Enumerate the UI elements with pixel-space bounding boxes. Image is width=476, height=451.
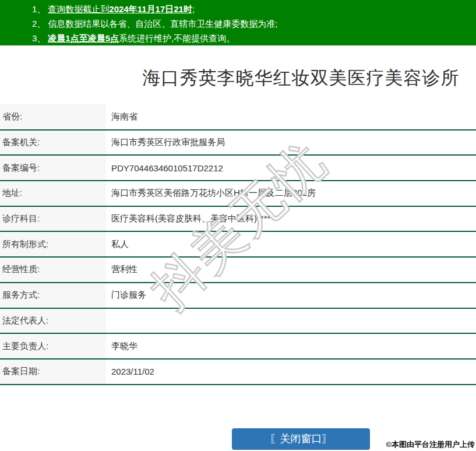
table-row: 地址: 海口市秀英区美俗路万花坊小区H栋一层及二层201房 <box>0 181 476 206</box>
notice-segment: 系统进行维护,不能提供查询。 <box>119 33 235 43</box>
notice-line: 3、凌晨1点至凌晨5点系统进行维护,不能提供查询。 <box>32 31 476 45</box>
row-value <box>106 308 476 334</box>
page: 1、查询数据截止到2024年11月17日21时; 2、信息数据结果以各省、自治区… <box>0 0 476 451</box>
notice-segments: 信息数据结果以各省、自治区、直辖市卫生健康委数据为准; <box>48 19 277 29</box>
row-label: 地址: <box>0 181 106 206</box>
table-row: 备案日期: 2023/11/02 <box>0 359 476 385</box>
row-value: 海口市秀英区行政审批服务局 <box>106 130 476 156</box>
table-row: 诊疗科目: 医疗美容科(美容皮肤科、美容中医科)****** <box>0 206 476 232</box>
notice-segment: 凌晨1点至凌晨5点 <box>48 33 119 43</box>
notice-number: 3、 <box>32 33 45 43</box>
row-label: 主要负责人: <box>0 333 106 359</box>
copyright-watermark: ©本图由平台注册用户上传 <box>386 439 475 450</box>
row-label: 诊疗科目: <box>0 206 106 232</box>
notice-segment: 信息数据结果以各省、自治区、直辖市卫生健康委数据为准; <box>48 19 277 29</box>
notice-segments: 凌晨1点至凌晨5点系统进行维护,不能提供查询。 <box>48 33 235 43</box>
row-value: 医疗美容科(美容皮肤科、美容中医科)****** <box>106 206 476 232</box>
row-label: 备案日期: <box>0 359 106 385</box>
row-value: 门诊服务 <box>106 283 476 308</box>
info-table-body: 省份: 海南省 备案机关: 海口市秀英区行政审批服务局 备案编号: PDY704… <box>0 104 476 385</box>
page-title: 海口秀英李晓华红妆双美医疗美容诊所 <box>0 66 476 90</box>
row-value: 李晓华 <box>106 333 476 359</box>
notice-number: 1、 <box>32 4 45 14</box>
row-label: 服务方式: <box>0 283 106 308</box>
table-row: 经营性质: 营利性 <box>0 257 476 283</box>
info-table: 省份: 海南省 备案机关: 海口市秀英区行政审批服务局 备案编号: PDY704… <box>0 104 476 385</box>
notice-segment: ; <box>192 4 195 14</box>
notice-list: 1、查询数据截止到2024年11月17日21时; 2、信息数据结果以各省、自治区… <box>32 2 476 45</box>
table-row: 省份: 海南省 <box>0 104 476 130</box>
row-value: 私人 <box>106 231 476 257</box>
notice-number: 2、 <box>32 19 45 29</box>
row-label: 所有制形式: <box>0 231 106 257</box>
table-row: 备案编号: PDY70446346010517D2212 <box>0 155 476 181</box>
row-value: 营利性 <box>106 257 476 283</box>
row-label: 经营性质: <box>0 257 106 283</box>
table-row: 备案机关: 海口市秀英区行政审批服务局 <box>0 130 476 156</box>
row-label: 备案机关: <box>0 130 106 156</box>
notice-bar: 1、查询数据截止到2024年11月17日21时; 2、信息数据结果以各省、自治区… <box>0 0 476 45</box>
close-window-button[interactable]: 〖关闭窗口〗 <box>232 428 370 450</box>
row-label: 省份: <box>0 104 106 130</box>
row-value: 海口市秀英区美俗路万花坊小区H栋一层及二层201房 <box>106 181 476 206</box>
row-label: 法定代表人: <box>0 308 106 334</box>
notice-segment: 查询数据截止到 <box>48 4 109 14</box>
row-value: 2023/11/02 <box>106 359 476 385</box>
notice-line: 2、信息数据结果以各省、自治区、直辖市卫生健康委数据为准; <box>32 16 476 31</box>
table-row: 所有制形式: 私人 <box>0 231 476 257</box>
table-row: 法定代表人: <box>0 308 476 334</box>
table-row: 服务方式: 门诊服务 <box>0 283 476 308</box>
notice-segments: 查询数据截止到2024年11月17日21时; <box>48 4 195 14</box>
row-label: 备案编号: <box>0 155 106 181</box>
notice-segment: 2024年11月17日21时 <box>109 4 192 14</box>
row-value: 海南省 <box>106 104 476 130</box>
row-value: PDY70446346010517D2212 <box>106 155 476 181</box>
notice-line: 1、查询数据截止到2024年11月17日21时; <box>32 2 476 16</box>
table-row: 主要负责人: 李晓华 <box>0 333 476 359</box>
